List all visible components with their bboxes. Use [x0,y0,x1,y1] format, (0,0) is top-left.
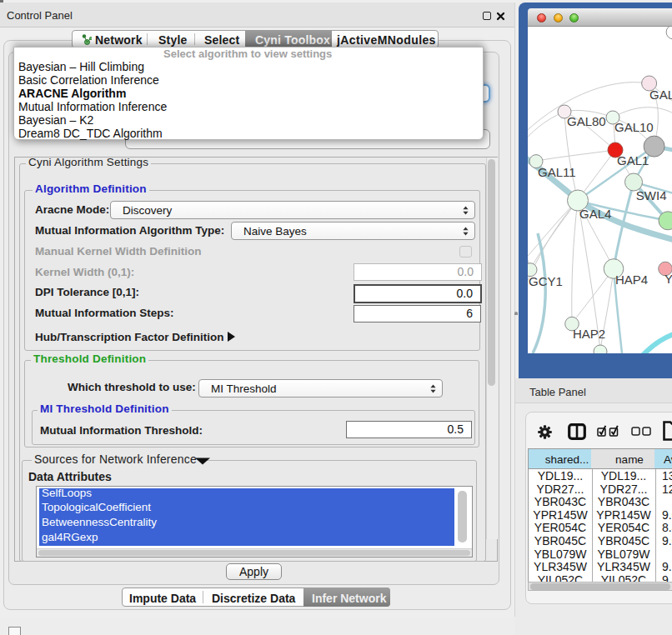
svg-text:HAP2: HAP2 [573,327,605,341]
svg-text:GCY1: GCY1 [529,274,563,288]
svg-text:GAL1: GAL1 [617,153,649,168]
svg-text:GAL4: GAL4 [579,207,611,221]
svg-text:GAL10: GAL10 [614,120,654,134]
svg-text:Y: Y [664,272,672,286]
svg-text:GAL80: GAL80 [567,114,606,128]
svg-text:GAL7: GAL7 [649,88,672,102]
svg-text:SWI4: SWI4 [636,188,667,202]
svg-text:GAL11: GAL11 [538,165,576,179]
svg-text:HAP4: HAP4 [615,272,648,287]
